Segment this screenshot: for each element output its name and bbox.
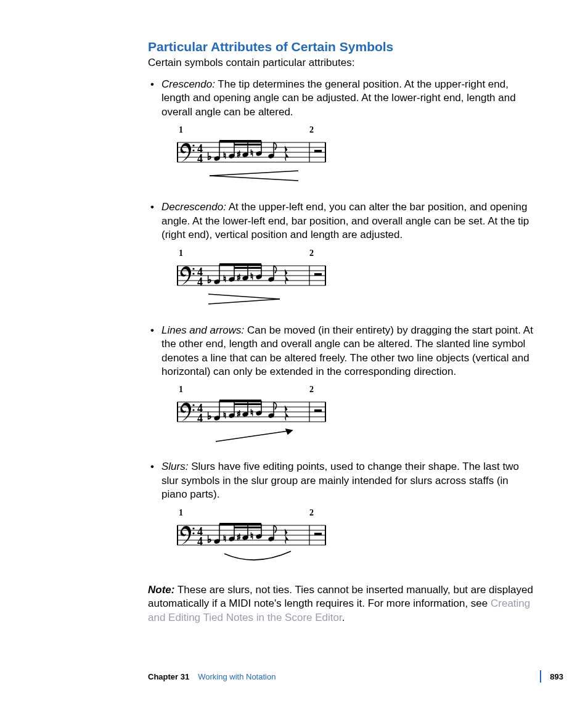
svg-text:4: 4 (197, 276, 203, 288)
svg-text:♮: ♮ (250, 532, 253, 541)
measure-number-1: 1 (179, 385, 183, 394)
measure-number-2: 2 (309, 248, 314, 258)
svg-text:4: 4 (197, 535, 203, 548)
svg-rect-117 (219, 523, 261, 525)
svg-point-39 (192, 268, 194, 269)
svg-text:♯: ♯ (237, 273, 241, 282)
svg-rect-24 (219, 140, 261, 142)
intro-text: Certain symbols contain particular attri… (148, 57, 534, 69)
measure-number-1: 1 (179, 508, 183, 517)
chapter-title[interactable]: Working with Notation (198, 672, 276, 681)
item-text: The tip determines the general position.… (161, 78, 516, 118)
staff-slur-icon: 1 2 (175, 508, 335, 570)
bullet-list: Crescendo: The tip determines the genera… (148, 78, 534, 570)
svg-rect-59 (314, 273, 322, 276)
measure-number-2: 2 (309, 125, 314, 134)
staff-arrow-icon: 1 2 (175, 385, 335, 446)
svg-text:♭: ♭ (207, 534, 212, 544)
svg-rect-118 (234, 527, 261, 528)
footer-divider (540, 670, 541, 683)
measure-number-1: 1 (179, 125, 183, 134)
svg-rect-121 (314, 533, 322, 535)
term-crescendo: Crescendo: (161, 78, 215, 90)
svg-line-91 (216, 430, 292, 441)
svg-line-60 (208, 294, 280, 299)
list-item: Decrescendo: At the upper-left end, you … (148, 200, 534, 310)
svg-text:♮: ♮ (223, 151, 226, 160)
svg-text:♭: ♭ (207, 411, 212, 421)
section-heading: Particular Attributes of Certain Symbols (148, 39, 534, 54)
figure-crescendo: 1 2 (161, 125, 534, 187)
term-slurs: Slurs: (161, 461, 188, 472)
term-decrescendo: Decrescendo: (161, 201, 226, 213)
list-item: Crescendo: The tip determines the genera… (148, 78, 534, 187)
svg-text:♯: ♯ (237, 409, 241, 419)
svg-line-29 (210, 171, 298, 176)
svg-text:♭: ♭ (207, 151, 212, 162)
figure-slur: 1 2 (161, 508, 534, 570)
page: Particular Attributes of Certain Symbols… (0, 0, 588, 706)
svg-text:♯: ♯ (237, 533, 241, 542)
svg-text:♯: ♯ (237, 150, 241, 159)
svg-text:♮: ♮ (223, 534, 226, 543)
svg-rect-86 (219, 400, 261, 402)
svg-line-61 (208, 299, 280, 304)
svg-rect-56 (234, 267, 261, 269)
svg-text:♮: ♮ (250, 408, 253, 417)
note-text-1: These are slurs, not ties. Ties cannot b… (148, 584, 533, 609)
list-item: Slurs: Slurs have five editing points, u… (148, 460, 534, 569)
svg-text:♮: ♮ (223, 411, 226, 420)
svg-point-70 (192, 404, 194, 406)
figure-decrescendo: 1 2 (161, 248, 534, 310)
svg-text:♭: ♭ (207, 274, 212, 285)
svg-text:♮: ♮ (223, 274, 226, 284)
page-footer: Chapter 31 Working with Notation 893 (148, 670, 563, 683)
svg-rect-90 (314, 409, 322, 412)
staff-decrescendo-icon: 1 2 (175, 248, 335, 310)
note-label: Note: (148, 584, 174, 596)
svg-rect-55 (219, 263, 261, 266)
svg-rect-87 (234, 403, 261, 405)
term-lines-arrows: Lines and arrows: (161, 324, 244, 336)
note-paragraph: Note: These are slurs, not ties. Ties ca… (148, 583, 534, 625)
item-text: Slurs have five editing points, used to … (161, 461, 519, 500)
svg-point-71 (192, 409, 194, 411)
figure-arrow: 1 2 (161, 385, 534, 446)
list-item: Lines and arrows: Can be moved (in their… (148, 324, 534, 447)
svg-rect-28 (314, 150, 322, 152)
svg-point-9 (192, 150, 194, 152)
chapter-label: Chapter 31 (148, 672, 189, 681)
svg-text:4: 4 (197, 152, 203, 165)
note-text-2: . (342, 612, 345, 623)
svg-text:4: 4 (197, 412, 203, 424)
staff-crescendo-icon: 1 2 (175, 125, 335, 187)
svg-line-30 (210, 176, 298, 181)
svg-point-40 (192, 273, 194, 274)
svg-point-101 (192, 527, 194, 529)
svg-rect-25 (234, 144, 261, 146)
measure-number-2: 2 (309, 508, 314, 517)
svg-text:♮: ♮ (250, 272, 253, 281)
svg-text:♮: ♮ (250, 149, 253, 158)
svg-marker-92 (286, 429, 292, 434)
measure-number-2: 2 (309, 385, 314, 394)
svg-point-102 (192, 532, 194, 534)
page-number: 893 (550, 672, 563, 681)
svg-point-8 (192, 145, 194, 147)
measure-number-1: 1 (179, 248, 183, 258)
